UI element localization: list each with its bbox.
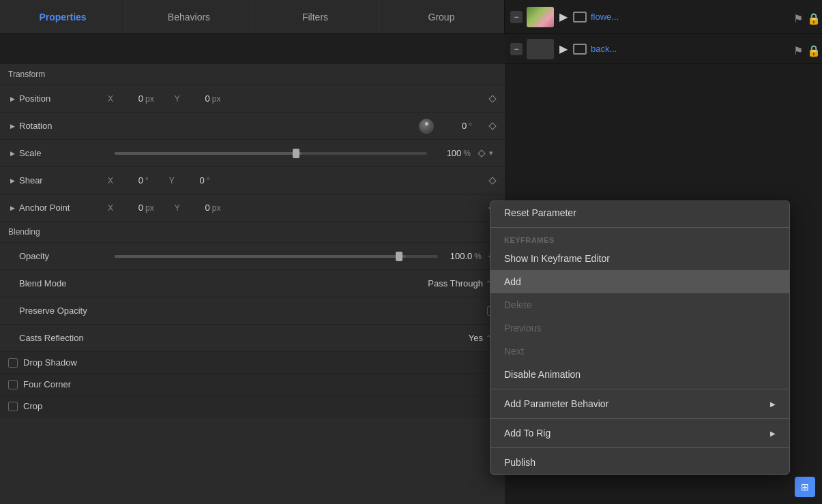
menu-disable-animation[interactable]: Disable Animation [490,363,789,386]
position-y-value[interactable]: 0 [183,93,210,104]
play-icon[interactable]: ▶ [558,12,569,23]
scale-unit: % [463,149,471,158]
anchor-x-value[interactable]: 0 [116,203,143,213]
submenu-arrow-rig: ▶ [770,430,776,437]
drop-shadow-section: Drop Shadow [0,352,505,374]
preserve-opacity-label: Preserve Opacity [19,306,108,316]
timeline-entry-flowe: − ▶ flowe... ⚑ 🔒 [505,7,822,27]
opacity-unit: % [474,252,482,261]
scale-disclosure[interactable]: ▶ [8,149,16,158]
drop-shadow-checkbox[interactable] [8,358,18,368]
opacity-slider[interactable] [115,255,438,258]
drop-shadow-label: Drop Shadow [23,357,112,368]
tab-properties[interactable]: Properties [0,0,126,33]
position-label: Position [19,93,108,104]
casts-reflection-row: Casts Reflection Yes ⌃⌄ [0,325,505,352]
menu-add-to-rig[interactable]: Add To Rig ▶ [490,421,789,445]
tab-group[interactable]: Group [379,0,504,33]
lock-icon[interactable]: 🔒 [807,12,817,22]
layer-name-back: back... [591,44,789,54]
scale-slider[interactable] [115,152,427,155]
scale-row: ▶ Scale 100 % ▾ [0,140,505,167]
rotation-keyframe[interactable] [488,122,497,130]
position-keyframe[interactable] [488,95,497,103]
menu-publish[interactable]: Publish [490,451,789,474]
position-y-unit: px [212,94,221,104]
opacity-row: Opacity 100.0 % [0,243,505,270]
rotation-row: ▶ Rotation 0 ° [0,113,505,140]
menu-separator-4 [490,447,789,448]
shear-x-value[interactable]: 0 [116,175,143,186]
tabs-container: Properties Behaviors Filters Group [0,0,505,33]
menu-add-to-rig-label: Add To Rig [504,428,551,439]
anchor-y-axis: Y [175,203,180,213]
casts-reflection-value: Yes [469,333,483,343]
shear-disclosure[interactable]: ▶ [8,177,16,185]
tab-behaviors[interactable]: Behaviors [126,0,252,33]
menu-separator-3 [490,418,789,419]
collapse-button-back[interactable]: − [510,43,523,55]
tab-filters[interactable]: Filters [252,0,379,33]
blend-mode-dropdown[interactable]: Pass Through ⌃⌄ [428,278,497,288]
thumbnail-flowe [527,7,554,27]
flag-icon-back[interactable]: ⚑ [793,44,803,54]
position-disclosure[interactable]: ▶ [8,95,16,103]
rotation-disclosure[interactable]: ▶ [8,122,16,130]
menu-add-parameter-behavior[interactable]: Add Parameter Behavior ▶ [490,392,789,415]
position-x-axis: X [108,94,113,104]
shear-y-value[interactable]: 0 [177,175,205,186]
menu-add[interactable]: Add [490,270,789,293]
position-x-value[interactable]: 0 [116,93,143,104]
submenu-arrow-behavior: ▶ [770,400,776,408]
properties-panel: Transform ▶ Position X 0 px Y 0 px ▶ Rot… [0,64,505,504]
shear-x-unit: ° [145,176,149,186]
anchor-point-disclosure[interactable]: ▶ [8,204,16,212]
opacity-value[interactable]: 100.0 [445,251,472,261]
crop-checkbox[interactable] [8,402,18,411]
four-corner-label: Four Corner [23,379,112,389]
transform-section-header: Transform [0,64,505,85]
anchor-x-unit: px [145,203,154,213]
rotation-knob[interactable] [419,119,434,134]
thumbnail-back [527,39,554,59]
casts-reflection-label: Casts Reflection [19,333,108,343]
shear-row: ▶ Shear X 0 ° Y 0 ° [0,167,505,194]
rotation-label: Rotation [19,121,108,131]
shear-y-axis: Y [169,176,175,186]
anchor-y-unit: px [212,203,221,213]
rotation-value[interactable]: 0 [439,121,467,131]
menu-keyframes-label: KEYFRAMES [490,231,789,247]
collapse-button-flowe[interactable]: − [510,11,523,23]
scale-keyframe[interactable] [478,149,486,158]
main-content: Transform ▶ Position X 0 px Y 0 px ▶ Rot… [0,64,822,504]
top-bar: Properties Behaviors Filters Group − ▶ f… [0,0,822,34]
scale-expand-button[interactable]: ▾ [486,148,497,159]
four-corner-checkbox[interactable] [8,380,18,389]
rotation-unit: ° [469,121,472,131]
blending-section-header: Blending [0,222,505,243]
position-y-axis: Y [175,94,180,104]
position-row: ▶ Position X 0 px Y 0 px [0,85,505,113]
opacity-label: Opacity [19,251,108,261]
anchor-y-value[interactable]: 0 [183,203,210,213]
blend-mode-row: Blend Mode Pass Through ⌃⌄ [0,270,505,297]
menu-show-keyframe-editor[interactable]: Show In Keyframe Editor [490,247,789,270]
scale-label: Scale [19,148,108,158]
play-icon-back[interactable]: ▶ [558,44,569,55]
shear-keyframe[interactable] [488,177,497,185]
blend-mode-label: Blend Mode [19,278,108,288]
crop-section: Crop [0,396,505,417]
menu-add-parameter-behavior-label: Add Parameter Behavior [504,398,608,409]
scale-value[interactable]: 100 [434,148,461,158]
layer-name-flowe: flowe... [591,12,789,22]
layer-icon-back [573,44,587,55]
menu-next: Next [490,340,789,363]
flag-icon[interactable]: ⚑ [793,12,803,22]
lock-icon-back[interactable]: 🔒 [807,44,817,54]
menu-delete: Delete [490,293,789,316]
crop-label: Crop [23,401,112,411]
timeline-header: − ▶ flowe... ⚑ 🔒 [505,0,822,33]
menu-reset-parameter[interactable]: Reset Parameter [490,201,789,224]
bottom-icon[interactable]: ⊞ [795,477,815,497]
shear-x-axis: X [108,176,113,186]
